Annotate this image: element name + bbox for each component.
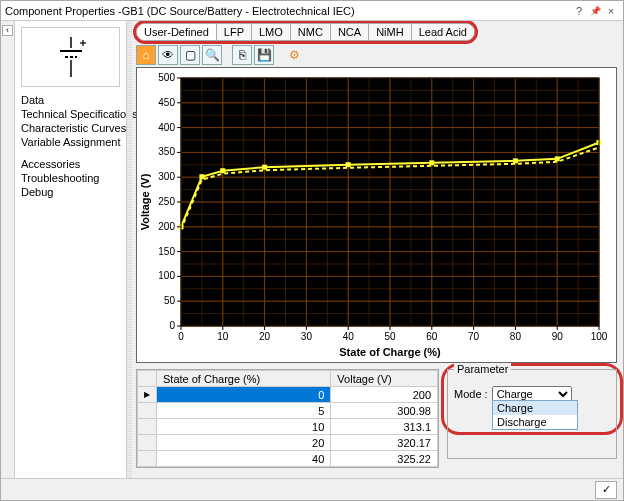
svg-text:200: 200 bbox=[158, 221, 175, 232]
cell-voltage[interactable]: 200 bbox=[331, 387, 438, 403]
svg-text:20: 20 bbox=[259, 331, 271, 342]
table-row[interactable]: 5300.98 bbox=[138, 403, 438, 419]
svg-text:100: 100 bbox=[591, 331, 607, 342]
toggle-series-button[interactable]: 👁 bbox=[158, 45, 178, 65]
sidebar-item-data[interactable]: Data bbox=[21, 93, 124, 107]
svg-text:400: 400 bbox=[158, 122, 175, 133]
cell-soc[interactable]: 10 bbox=[157, 419, 331, 435]
svg-text:60: 60 bbox=[426, 331, 438, 342]
titlebar: Component Properties -GB1 (DC Source/Bat… bbox=[1, 1, 623, 21]
ok-button[interactable]: ✓ bbox=[595, 481, 617, 499]
tab-nca[interactable]: NCA bbox=[331, 24, 369, 40]
data-table-panel: State of Charge (%) Voltage (V) ▶0200530… bbox=[136, 369, 439, 468]
mode-option-charge[interactable]: Charge bbox=[493, 401, 577, 415]
row-marker[interactable] bbox=[138, 451, 157, 467]
svg-text:80: 80 bbox=[510, 331, 522, 342]
copy-button[interactable]: ⎘ bbox=[232, 45, 252, 65]
col-header-voltage[interactable]: Voltage (V) bbox=[331, 371, 438, 387]
table-row[interactable]: ▶0200 bbox=[138, 387, 438, 403]
svg-text:State of Charge (%): State of Charge (%) bbox=[339, 346, 441, 358]
row-marker[interactable]: ▶ bbox=[138, 387, 157, 403]
cell-soc[interactable]: 0 bbox=[157, 387, 331, 403]
row-marker[interactable] bbox=[138, 435, 157, 451]
footer: ✓ bbox=[1, 478, 623, 500]
component-symbol bbox=[21, 27, 120, 87]
svg-text:70: 70 bbox=[468, 331, 480, 342]
sidebar-nav: Data Technical Specifications Characteri… bbox=[21, 93, 124, 199]
save-button[interactable]: 💾 bbox=[254, 45, 274, 65]
table-row[interactable]: 10313.1 bbox=[138, 419, 438, 435]
sidebar-item-debug[interactable]: Debug bbox=[21, 185, 124, 199]
svg-rect-77 bbox=[513, 158, 518, 163]
sidebar: Data Technical Specifications Characteri… bbox=[15, 21, 127, 478]
data-table[interactable]: State of Charge (%) Voltage (V) ▶0200530… bbox=[137, 370, 438, 467]
help-button[interactable]: ? bbox=[571, 5, 587, 17]
cell-soc[interactable]: 5 bbox=[157, 403, 331, 419]
chart-toolbar: ⌂ 👁 ▢ 🔍 ⎘ 💾 ⚙ bbox=[136, 45, 617, 65]
main: User-DefinedLFPLMONMCNCANiMHLead Acid ⌂ … bbox=[132, 21, 623, 478]
svg-text:300: 300 bbox=[158, 171, 175, 182]
cell-voltage[interactable]: 320.17 bbox=[331, 435, 438, 451]
row-marker[interactable] bbox=[138, 403, 157, 419]
collapse-chevron-icon[interactable]: ‹ bbox=[2, 25, 13, 36]
zoom-button[interactable]: 🔍 bbox=[202, 45, 222, 65]
mode-dropdown-list[interactable]: ChargeDischarge bbox=[492, 400, 578, 430]
svg-text:250: 250 bbox=[158, 196, 175, 207]
tab-nmc[interactable]: NMC bbox=[291, 24, 331, 40]
cell-voltage[interactable]: 325.22 bbox=[331, 451, 438, 467]
svg-text:450: 450 bbox=[158, 97, 175, 108]
tab-lead-acid[interactable]: Lead Acid bbox=[412, 24, 474, 40]
svg-text:50: 50 bbox=[164, 295, 176, 306]
svg-text:90: 90 bbox=[552, 331, 564, 342]
cell-soc[interactable]: 20 bbox=[157, 435, 331, 451]
mode-option-discharge[interactable]: Discharge bbox=[493, 415, 577, 429]
region-select-button[interactable]: ▢ bbox=[180, 45, 200, 65]
svg-rect-76 bbox=[429, 160, 434, 165]
table-row[interactable]: 20320.17 bbox=[138, 435, 438, 451]
tab-lmo[interactable]: LMO bbox=[252, 24, 291, 40]
svg-text:50: 50 bbox=[384, 331, 396, 342]
table-row[interactable]: 40325.22 bbox=[138, 451, 438, 467]
svg-text:30: 30 bbox=[301, 331, 313, 342]
svg-rect-74 bbox=[262, 165, 267, 170]
tab-user-defined[interactable]: User-Defined bbox=[137, 24, 217, 40]
svg-text:150: 150 bbox=[158, 246, 175, 257]
sidebar-item-char-curves[interactable]: Characteristic Curves bbox=[21, 121, 124, 135]
cell-soc[interactable]: 40 bbox=[157, 451, 331, 467]
svg-text:0: 0 bbox=[169, 320, 175, 331]
svg-text:0: 0 bbox=[178, 331, 184, 342]
sidebar-item-tech-specs[interactable]: Technical Specifications bbox=[21, 107, 124, 121]
mode-label: Mode : bbox=[454, 388, 488, 400]
sidebar-item-troubleshooting[interactable]: Troubleshooting bbox=[21, 171, 124, 185]
pin-button[interactable]: 📌 bbox=[587, 6, 603, 16]
settings-button[interactable]: ⚙ bbox=[284, 45, 304, 65]
svg-rect-78 bbox=[555, 156, 560, 161]
battery-type-tabs: User-DefinedLFPLMONMCNCANiMHLead Acid bbox=[136, 23, 475, 41]
cell-voltage[interactable]: 313.1 bbox=[331, 419, 438, 435]
svg-text:500: 500 bbox=[158, 72, 175, 83]
col-header-soc[interactable]: State of Charge (%) bbox=[157, 371, 331, 387]
svg-text:350: 350 bbox=[158, 146, 175, 157]
svg-text:10: 10 bbox=[217, 331, 229, 342]
home-view-button[interactable]: ⌂ bbox=[136, 45, 156, 65]
window-title: Component Properties -GB1 (DC Source/Bat… bbox=[5, 5, 355, 17]
parameter-panel: Parameter Mode : ChargeDischarge ChargeD… bbox=[447, 369, 617, 468]
svg-text:Voltage (V): Voltage (V) bbox=[139, 173, 151, 230]
chart-area[interactable]: 0102030405060708090100050100150200250300… bbox=[136, 67, 617, 363]
row-marker[interactable] bbox=[138, 419, 157, 435]
sidebar-item-var-assignment[interactable]: Variable Assignment bbox=[21, 135, 124, 149]
svg-rect-73 bbox=[220, 168, 225, 173]
sidebar-collapse-strip: ‹ bbox=[1, 21, 15, 478]
row-header-placeholder bbox=[138, 371, 157, 387]
close-button[interactable]: × bbox=[603, 5, 619, 17]
tab-nimh[interactable]: NiMH bbox=[369, 24, 412, 40]
sidebar-item-accessories[interactable]: Accessories bbox=[21, 157, 124, 171]
cell-voltage[interactable]: 300.98 bbox=[331, 403, 438, 419]
svg-rect-72 bbox=[199, 174, 204, 179]
svg-text:100: 100 bbox=[158, 270, 175, 281]
parameter-group-label: Parameter bbox=[454, 363, 511, 375]
svg-rect-75 bbox=[346, 162, 351, 167]
svg-text:40: 40 bbox=[343, 331, 355, 342]
tab-lfp[interactable]: LFP bbox=[217, 24, 252, 40]
window: Component Properties -GB1 (DC Source/Bat… bbox=[0, 0, 624, 501]
